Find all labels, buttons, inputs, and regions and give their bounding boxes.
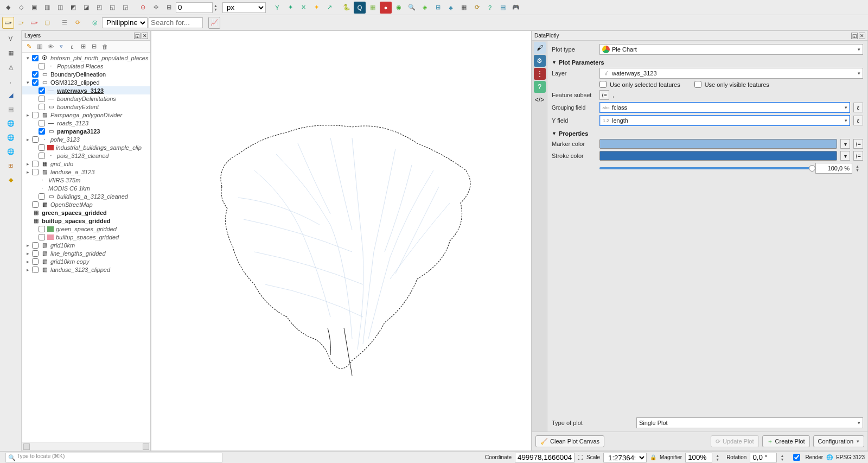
section-properties[interactable]: ▼Properties bbox=[552, 130, 863, 137]
plugin-icon-7[interactable]: ⊞ bbox=[432, 2, 444, 14]
layer-chk[interactable] bbox=[39, 96, 45, 102]
layer-chk[interactable] bbox=[39, 128, 45, 135]
add-raster-icon[interactable]: ▦ bbox=[5, 47, 17, 59]
layer-chk[interactable] bbox=[32, 169, 39, 175]
layer-label[interactable]: waterways_3123 bbox=[56, 87, 104, 94]
layer-label[interactable]: landuse_3123_clipped bbox=[49, 267, 110, 273]
rotation-input[interactable] bbox=[750, 453, 777, 462]
osm-query-icon[interactable]: ◎ bbox=[89, 17, 101, 29]
opacity-spin[interactable]: ▲▼ bbox=[856, 164, 863, 172]
plugin-icon-9[interactable]: ▦ bbox=[458, 2, 470, 14]
layer-select[interactable]: √ waterways_3123 ▾ bbox=[599, 68, 863, 79]
plugin-icon-1[interactable]: Q bbox=[354, 2, 366, 14]
layer-chk[interactable] bbox=[39, 153, 45, 159]
layer-label[interactable]: buildings_a_3123_cleaned bbox=[56, 193, 128, 200]
tool-vector-5[interactable]: ◫ bbox=[54, 2, 66, 14]
unit-select[interactable]: px bbox=[222, 2, 266, 13]
add-wfs-icon[interactable]: 🌐 bbox=[5, 131, 17, 143]
crs-value[interactable]: EPSG:3123 bbox=[836, 454, 865, 460]
geom-tool-1[interactable]: Y bbox=[271, 2, 283, 14]
tool-vector-9[interactable]: ◱ bbox=[106, 2, 118, 14]
marker-color-menu[interactable]: ▾ bbox=[840, 139, 850, 149]
plugin-icon-5[interactable]: 🔍 bbox=[406, 2, 418, 14]
plugin-icon-10[interactable]: ⟳ bbox=[471, 2, 483, 14]
plugin-icon-11[interactable]: ? bbox=[484, 2, 496, 14]
layer-label[interactable]: hotosm_phl_north_populated_places bbox=[49, 55, 148, 61]
magnifier-input[interactable] bbox=[685, 453, 712, 462]
type-of-plot-select[interactable]: Single Plot ▾ bbox=[636, 417, 863, 428]
layer-chk[interactable] bbox=[39, 226, 45, 232]
lock-icon[interactable]: 🔒 bbox=[650, 454, 656, 460]
layer-chk[interactable] bbox=[32, 250, 39, 257]
chart-tool-icon[interactable]: 📈 bbox=[208, 17, 220, 29]
layer-label[interactable]: boundaryDelimitations bbox=[56, 96, 116, 102]
grouping-field-select[interactable]: abc fclass ▾ bbox=[599, 102, 850, 113]
opacity-slider[interactable] bbox=[599, 167, 812, 169]
layers-hscroll[interactable] bbox=[22, 442, 150, 451]
layer-chk[interactable] bbox=[32, 242, 39, 249]
tool-vector-7[interactable]: ◪ bbox=[80, 2, 92, 14]
marker-color-swatch[interactable] bbox=[599, 139, 837, 149]
layer-label[interactable]: green_spaces_gridded bbox=[55, 226, 117, 232]
layer-chk[interactable] bbox=[39, 144, 45, 151]
layer-chk[interactable] bbox=[32, 267, 39, 273]
add-virtual-icon[interactable]: ◆ bbox=[5, 174, 17, 186]
layer-label[interactable]: builtup_spaces_gridded bbox=[41, 218, 111, 224]
layer-label[interactable]: industrial_buildings_sample_clip bbox=[55, 144, 142, 151]
extent-icon[interactable]: ⛶ bbox=[578, 454, 583, 460]
expand-all-icon[interactable]: ⊞ bbox=[79, 42, 87, 51]
select-tool-1[interactable]: ▭▾ bbox=[2, 17, 14, 29]
style-manager-icon[interactable]: ✎ bbox=[24, 42, 33, 51]
tab-plot-icon[interactable]: ⋮ bbox=[534, 68, 546, 80]
select-tool-3[interactable]: ▭▾ bbox=[28, 17, 40, 29]
tab-settings-icon[interactable]: 🖌 bbox=[534, 42, 546, 54]
geom-tool-4[interactable]: ✶ bbox=[310, 2, 322, 14]
collapse-all-icon[interactable]: ⊟ bbox=[90, 42, 98, 51]
manage-visibility-icon[interactable]: 👁 bbox=[46, 42, 55, 51]
tab-help-icon[interactable]: ? bbox=[534, 81, 546, 93]
layer-label[interactable]: landuse_a_3123 bbox=[49, 169, 94, 175]
plot-type-select[interactable]: Pie Chart ▾ bbox=[599, 44, 863, 55]
plugin-icon-4[interactable]: ◉ bbox=[393, 2, 405, 14]
layer-chk[interactable] bbox=[32, 136, 39, 143]
layer-chk[interactable] bbox=[39, 234, 45, 240]
layer-label[interactable]: Populated Places bbox=[56, 63, 104, 69]
select-tool-2[interactable]: ≡▾ bbox=[15, 17, 27, 29]
layer-label[interactable]: roads_3123 bbox=[56, 120, 88, 126]
yfield-select[interactable]: 1.2 length ▾ bbox=[599, 115, 850, 126]
layer-label[interactable]: VIIRS 375m bbox=[47, 177, 80, 183]
marker-color-data-defined[interactable]: ⟨= bbox=[853, 139, 863, 149]
layer-chk[interactable] bbox=[39, 193, 45, 200]
layer-label[interactable]: grid10km bbox=[49, 242, 75, 249]
layer-label[interactable]: boundaryExtent bbox=[56, 104, 99, 110]
layer-label[interactable]: grid10km copy bbox=[49, 258, 90, 265]
select-tool-4[interactable]: ▢ bbox=[41, 17, 53, 29]
layer-label[interactable]: MODIS C6 1km bbox=[47, 185, 90, 192]
configuration-button[interactable]: Configuration▾ bbox=[813, 435, 864, 447]
tab-code-icon[interactable]: </> bbox=[534, 94, 546, 106]
tool-vector-8[interactable]: ◰ bbox=[93, 2, 105, 14]
search-input[interactable] bbox=[149, 17, 203, 28]
add-spatialite-icon[interactable]: ◢ bbox=[5, 89, 17, 101]
stroke-color-swatch[interactable] bbox=[599, 151, 837, 161]
geom-tool-2[interactable]: ✦ bbox=[284, 2, 296, 14]
render-checkbox[interactable] bbox=[793, 454, 800, 461]
stroke-color-menu[interactable]: ▾ bbox=[840, 151, 850, 161]
layer-chk[interactable] bbox=[39, 104, 45, 110]
geom-tool-3[interactable]: ✕ bbox=[297, 2, 309, 14]
layer-chk[interactable] bbox=[32, 112, 39, 118]
add-delimited-icon[interactable]: , bbox=[5, 75, 17, 87]
plugin-icon-3[interactable]: ● bbox=[380, 2, 392, 14]
add-postgis-icon[interactable]: ▤ bbox=[5, 103, 17, 115]
layer-label[interactable]: OSM3123_clipped bbox=[49, 79, 100, 86]
layer-label[interactable]: green_spaces_gridded bbox=[41, 210, 107, 216]
region-select[interactable]: Philippines bbox=[102, 17, 148, 28]
layer-label[interactable]: pofw_3123 bbox=[49, 136, 80, 143]
geom-tool-5[interactable]: ↗ bbox=[323, 2, 335, 14]
vertex-tool-icon[interactable]: ✢ bbox=[150, 2, 162, 14]
layer-chk[interactable] bbox=[32, 79, 39, 86]
layer-chk[interactable] bbox=[32, 55, 39, 61]
clean-plot-button[interactable]: 🧹Clean Plot Canvas bbox=[535, 435, 604, 447]
yfield-expression-button[interactable]: ε bbox=[853, 116, 863, 125]
tolerance-spin[interactable]: ▲▼ bbox=[214, 4, 221, 11]
